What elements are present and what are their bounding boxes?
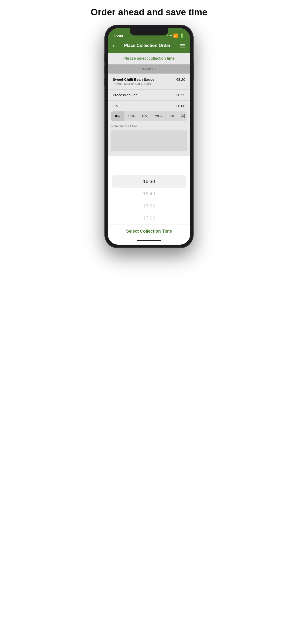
notes-input[interactable] (111, 130, 187, 152)
item-description: Prawns, Duck or Squid, Squid (113, 82, 176, 86)
tip-0-percent-button[interactable]: 0% (111, 112, 124, 121)
processing-fee-row: Processing Fee €0.35 (108, 90, 190, 100)
item-info: Sweet Chilli Bean Sauce Prawns, Duck or … (113, 78, 176, 86)
item-name: Sweet Chilli Bean Sauce (113, 78, 176, 82)
tip-15-percent-button[interactable]: 15% (138, 112, 152, 121)
collection-banner: Please select collection time (108, 53, 190, 64)
hamburger-line-2 (180, 46, 185, 46)
page-headline: Order ahead and save time (91, 7, 207, 18)
tip-amount: €0.00 (176, 104, 185, 108)
nav-title: Place Collection Order (114, 43, 180, 48)
phone-shell: 15:09 ▪▪▪▪ 📶 🔋 ‹ Place Collection Order … (105, 25, 193, 248)
collection-banner-text: Please select collection time (123, 56, 175, 60)
time-option-1640[interactable]: 16:40 (112, 188, 186, 200)
wifi-signal-icon: 📶 (173, 33, 178, 38)
menu-button[interactable] (180, 44, 185, 48)
nav-bar: ‹ Place Collection Order (108, 40, 190, 53)
tip-custom-button[interactable]: €0 (166, 112, 179, 121)
phone-screen: 15:09 ▪▪▪▪ 📶 🔋 ‹ Place Collection Order … (108, 28, 190, 244)
hamburger-line-1 (180, 44, 185, 44)
basket-header: BASKET (108, 64, 190, 74)
tip-row: Tip €0.00 (108, 100, 190, 112)
tip-10-percent-button[interactable]: 10% (124, 112, 138, 121)
order-item: Sweet Chilli Bean Sauce Prawns, Duck or … (108, 74, 190, 90)
processing-fee-price: €0.35 (176, 93, 185, 97)
notes-label: Notes for the Chef (111, 124, 187, 128)
processing-fee-label: Processing Fee (113, 93, 138, 97)
status-time: 15:09 (114, 34, 123, 38)
order-section: Sweet Chilli Bean Sauce Prawns, Duck or … (108, 74, 190, 112)
time-option-1650[interactable]: 16:50 (112, 200, 186, 212)
status-icons: ▪▪▪▪ 📶 🔋 (168, 33, 184, 38)
back-button[interactable]: ‹ (113, 43, 114, 49)
home-bar (137, 240, 161, 241)
hamburger-line-3 (180, 47, 185, 48)
tip-label: Tip (113, 104, 117, 108)
time-picker-list[interactable]: 16:30 16:40 16:50 17:00 (108, 176, 190, 224)
home-indicator (108, 238, 190, 244)
select-collection-time-button[interactable]: Select Collection Time (108, 224, 190, 238)
time-option-1700[interactable]: 17:00 (112, 212, 186, 224)
notes-section: Notes for the Chef (108, 124, 190, 156)
tip-buttons: 0% 10% 15% 20% €0 (111, 112, 187, 121)
tip-20-percent-button[interactable]: 20% (152, 112, 165, 121)
tip-selector: 0% 10% 15% 20% €0 (108, 112, 190, 124)
time-option-1630[interactable]: 16:30 (112, 176, 186, 188)
wifi-icon: ▪▪▪▪ (168, 34, 172, 38)
basket-label: BASKET (142, 67, 157, 71)
time-picker-container: 16:30 16:40 16:50 17:00 Select Collectio… (108, 156, 190, 238)
time-picker-spacer (108, 161, 190, 176)
item-price: €8.20 (176, 78, 185, 82)
battery-icon: 🔋 (180, 33, 184, 38)
notch (130, 28, 168, 36)
tip-edit-button[interactable] (179, 112, 187, 121)
